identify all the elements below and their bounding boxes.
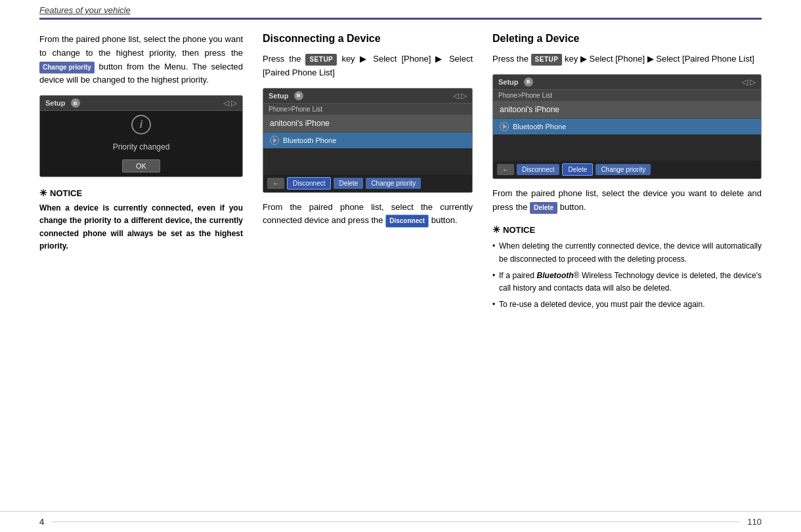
bullet-item-1: When deleting the currently connected de… <box>492 240 762 265</box>
ok-button[interactable]: OK <box>122 159 160 173</box>
phone-list-breadcrumb-mid: Phone>Phone List <box>263 104 472 115</box>
middle-section-title: Disconnecting a Device <box>263 33 473 45</box>
setup-badge-middle: SETUP <box>305 54 337 66</box>
right-section-title: Deleting a Device <box>492 33 762 45</box>
setup-badge-right: SETUP <box>531 54 563 66</box>
page-container: Features of your vehicle From the paired… <box>0 0 801 532</box>
back-button-right[interactable]: ← <box>497 164 514 175</box>
phone-sub-item-right: Bluetooth Phone <box>493 119 761 134</box>
bottom-bar-mid: ← Disconnect Delete Change priority <box>263 174 472 192</box>
disconnect-btn-right[interactable]: Disconnect <box>517 164 559 175</box>
disconnect-screen-title: Setup <box>269 92 289 100</box>
left-notice-title: ✳ NOTICE <box>39 188 243 198</box>
disconnect-btn-mid[interactable]: Disconnect <box>287 177 331 190</box>
play-icon-mid <box>270 136 279 145</box>
delete-btn-right[interactable]: Delete <box>562 163 593 176</box>
left-notice: ✳ NOTICE When a device is currently conn… <box>39 188 243 253</box>
back-button-mid[interactable]: ← <box>267 178 284 189</box>
right-notice: ✳ NOTICE When deleting the currently con… <box>492 224 762 311</box>
phone-item-right: anitooni's iPhone <box>493 101 761 119</box>
right-notice-title: ✳ NOTICE <box>492 224 762 235</box>
bluetooth-icon: B <box>71 98 80 108</box>
delete-screen-title: Setup <box>498 78 519 86</box>
left-column: From the paired phone list, select the p… <box>39 33 243 315</box>
info-icon: i <box>131 115 151 134</box>
screen-spacer-right <box>493 134 761 161</box>
disconnect-screen-header: Setup B ◁ ▷ <box>263 89 472 104</box>
right-notice-bullets: When deleting the currently connected de… <box>492 240 762 311</box>
change-priority-badge[interactable]: Change priority <box>39 62 95 73</box>
right-column: Deleting a Device Press the SETUP key ▶ … <box>492 33 762 315</box>
disconnect-inline-btn[interactable]: Disconnect <box>385 215 429 228</box>
chapter-number: 4 <box>39 517 44 527</box>
delete-screen-header: Setup B ◁ ▷ <box>493 75 761 90</box>
phone-sub-item-mid: Bluetooth Phone <box>263 133 472 148</box>
bluetooth-icon-right: B <box>524 77 533 87</box>
page-footer: 4 110 <box>0 511 801 532</box>
right-body-text-setup: Press the SETUP key ▶ Select [Phone] ▶ S… <box>492 52 762 66</box>
change-priority-btn-mid[interactable]: Change priority <box>366 178 421 189</box>
middle-column: Disconnecting a Device Press the SETUP k… <box>263 33 473 315</box>
page-number: 110 <box>747 517 762 527</box>
priority-screen-title: Setup <box>45 99 66 107</box>
priority-changed-text: Priority changed <box>113 142 170 152</box>
priority-screen-body: i Priority changed OK <box>40 111 242 176</box>
phone-item-mid: anitooni's iPhone <box>263 115 472 133</box>
priority-screenshot: Setup B ◁ ▷ i Priority changed OK <box>39 95 243 177</box>
disconnect-screenshot: Setup B ◁ ▷ Phone>Phone List anitooni's … <box>263 88 473 193</box>
header-title: Features of your vehicle <box>39 5 131 15</box>
middle-body-text-setup: Press the SETUP key ▶ Select [Phone] ▶ S… <box>263 52 473 80</box>
delete-screenshot: Setup B ◁ ▷ Phone>Phone List anitooni's … <box>492 74 762 179</box>
bullet-item-2: If a paired Bluetooth® Wireless Technolo… <box>492 270 762 295</box>
priority-screen-header: Setup B ◁ ▷ <box>40 96 242 111</box>
play-icon-right <box>500 122 509 131</box>
left-notice-text: When a device is currently connected, ev… <box>39 202 243 253</box>
change-priority-btn-right[interactable]: Change priority <box>595 164 651 175</box>
page-header: Features of your vehicle <box>39 0 762 20</box>
footer-divider <box>52 522 739 522</box>
middle-body-text-desc: From the paired phone list, select the c… <box>263 201 473 228</box>
left-body-text-1: From the paired phone list, select the p… <box>39 33 243 87</box>
bluetooth-icon-mid: B <box>294 91 303 100</box>
bottom-bar-right: ← Disconnect Delete Change priority <box>493 161 761 178</box>
right-body-text-desc: From the paired phone list, select the d… <box>492 187 762 215</box>
bullet-item-3: To re-use a deleted device, you must pai… <box>492 298 762 311</box>
screen-spacer-mid <box>263 148 472 174</box>
main-columns: From the paired phone list, select the p… <box>39 33 762 315</box>
delete-inline-btn[interactable]: Delete <box>530 202 557 214</box>
phone-list-breadcrumb-right: Phone>Phone List <box>493 90 761 101</box>
delete-btn-mid[interactable]: Delete <box>334 178 363 189</box>
